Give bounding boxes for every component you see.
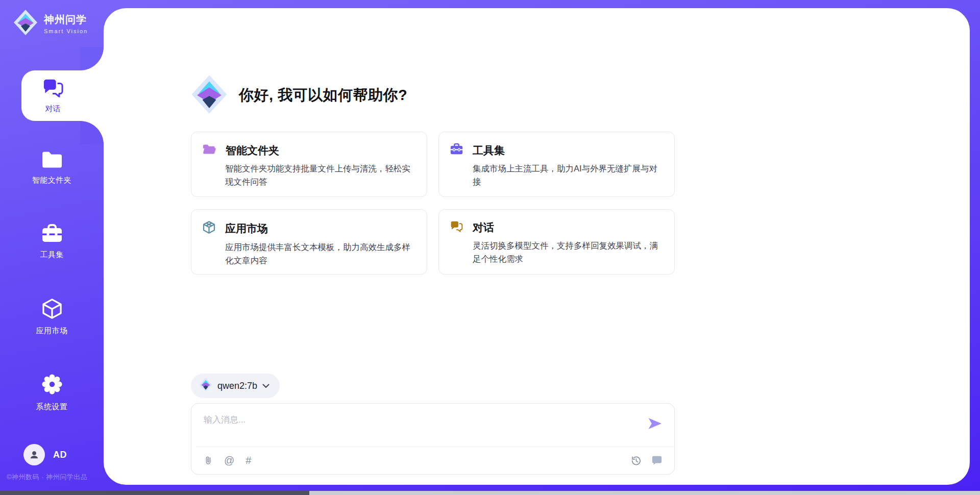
scrollbar-thumb[interactable]: [0, 491, 309, 495]
briefcase-icon: [41, 224, 63, 245]
briefcase-icon: [450, 143, 463, 158]
model-logo-icon: [199, 378, 212, 394]
sidebar-item-chat[interactable]: 对话: [21, 70, 105, 121]
composer: qwen2:7b: [191, 374, 675, 475]
user-initials: AD: [53, 450, 67, 460]
model-name: qwen2:7b: [217, 381, 257, 391]
chevron-down-icon: [262, 381, 270, 390]
card-description: 集成市场上主流工具，助力AI与外界无缝扩展与对接: [473, 162, 664, 188]
composer-divider: [197, 447, 674, 447]
comment-icon[interactable]: [651, 455, 663, 466]
attachment-icon[interactable]: [204, 454, 213, 466]
send-button[interactable]: [647, 416, 663, 432]
user-profile[interactable]: AD: [23, 444, 67, 465]
card-title: 对话: [473, 220, 494, 235]
chat-bubbles-icon: [450, 220, 463, 235]
gear-icon: [40, 373, 64, 398]
copyright: ©神州数码 · 神州问学出品: [7, 473, 87, 482]
folder-icon: [40, 150, 64, 171]
card-description: 智能文件夹功能支持批量文件上传与清洗，轻松实现文件问答: [225, 162, 416, 188]
sidebar-item-label: 智能文件夹: [32, 176, 72, 185]
sidebar-item-label: 工具集: [40, 250, 64, 260]
greeting-logo-icon: [191, 75, 228, 116]
brand: 神州问学 Smart Vision: [13, 9, 88, 38]
cube-grid-icon: [202, 220, 216, 236]
sidebar-item-app-market[interactable]: 应用市场: [0, 298, 104, 336]
card-title: 应用市场: [225, 221, 268, 236]
folder-open-icon: [202, 143, 216, 158]
greeting-title: 你好, 我可以如何帮助你?: [239, 85, 407, 106]
sidebar-item-smart-folder[interactable]: 智能文件夹: [0, 150, 104, 185]
content-area: 你好, 我可以如何帮助你? 智能文件夹 智能文件夹功能支持批量文件上传与清洗，轻…: [191, 0, 675, 495]
card-smart-folder[interactable]: 智能文件夹 智能文件夹功能支持批量文件上传与清洗，轻松实现文件问答: [191, 132, 427, 197]
message-input[interactable]: [191, 404, 648, 445]
brand-subtitle: Smart Vision: [44, 28, 88, 34]
sidebar-item-label: 应用市场: [36, 326, 68, 336]
card-description: 应用市场提供丰富长文本模板，助力高效生成多样化文章内容: [225, 241, 416, 267]
card-title: 工具集: [473, 143, 505, 158]
hashtag-icon[interactable]: #: [246, 455, 251, 465]
card-app-market[interactable]: 应用市场 应用市场提供丰富长文本模板，助力高效生成多样化文章内容: [191, 209, 427, 275]
horizontal-scrollbar[interactable]: [0, 491, 980, 495]
avatar: [23, 444, 45, 465]
card-title: 智能文件夹: [226, 143, 279, 158]
app-window: 神州问学 Smart Vision 对话 智能文件夹: [0, 0, 980, 495]
history-icon[interactable]: [630, 455, 642, 466]
mention-icon[interactable]: @: [224, 455, 234, 465]
brand-logo-icon: [13, 9, 38, 38]
send-icon: [647, 417, 663, 430]
card-chat[interactable]: 对话 灵活切换多模型文件，支持多样回复效果调试，满足个性化需求: [438, 209, 675, 275]
card-description: 灵活切换多模型文件，支持多样回复效果调试，满足个性化需求: [473, 239, 664, 265]
tab-fillet-top: [80, 47, 104, 70]
sidebar-item-label: 对话: [45, 104, 61, 114]
message-input-box: @ #: [191, 403, 675, 475]
model-selector[interactable]: qwen2:7b: [191, 374, 280, 398]
sidebar-item-settings[interactable]: 系统设置: [0, 373, 104, 412]
feature-cards: 智能文件夹 智能文件夹功能支持批量文件上传与清洗，轻松实现文件问答: [191, 132, 675, 275]
tab-fillet-bottom: [80, 121, 104, 144]
chat-bubbles-icon: [42, 78, 64, 101]
cube-icon: [41, 298, 63, 321]
sidebar-item-label: 系统设置: [36, 402, 68, 412]
greeting: 你好, 我可以如何帮助你?: [191, 75, 407, 116]
brand-name: 神州问学: [44, 13, 88, 27]
card-toolset[interactable]: 工具集 集成市场上主流工具，助力AI与外界无缝扩展与对接: [438, 132, 675, 197]
sidebar-item-toolset[interactable]: 工具集: [0, 224, 104, 260]
